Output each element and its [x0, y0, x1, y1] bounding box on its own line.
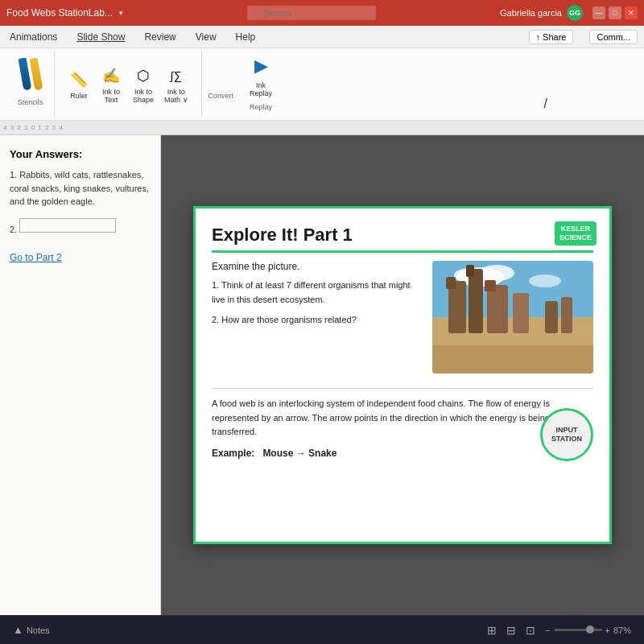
menu-bar: Animations Slide Show Review View Help ↑…: [0, 26, 644, 48]
svg-rect-12: [513, 293, 529, 333]
ink-to-math-icon: ∫∑: [165, 64, 188, 87]
go-to-part2-link[interactable]: Go to Part 2: [10, 252, 151, 263]
footer-description: A food web is an interlocking system of …: [212, 397, 593, 440]
kesler-logo: KESLER SCIENCE: [555, 221, 597, 246]
questions-list: 1. Think of at least 7 different organis…: [212, 279, 421, 328]
ribbon-replay-section: ▶ InkReplay Replay: [237, 52, 285, 117]
replay-icon: ▶: [250, 55, 272, 77]
status-right: ⊞ ⊟ ⊡ − + 87%: [487, 624, 631, 637]
close-button[interactable]: ✕: [625, 6, 638, 19]
kesler-line1: KESLER: [559, 225, 592, 233]
slide-body: Examine the picture. 1. Think of at leas…: [212, 261, 593, 377]
svg-rect-9: [466, 265, 474, 277]
minimize-button[interactable]: —: [592, 6, 605, 19]
title-bar-center: [123, 6, 500, 20]
svg-rect-15: [432, 345, 593, 374]
slides-view-icon[interactable]: ⊟: [506, 624, 516, 637]
comment-button[interactable]: Comm...: [589, 30, 638, 44]
ribbon-ink-to-text-tool[interactable]: ✍️ Ink toText: [97, 61, 126, 108]
menu-animations[interactable]: Animations: [6, 30, 60, 44]
menu-view[interactable]: View: [192, 30, 220, 44]
svg-rect-13: [545, 301, 558, 333]
question-2: 2. How are those organisms related?: [212, 313, 421, 328]
menu-review[interactable]: Review: [141, 30, 179, 44]
svg-rect-11: [485, 280, 496, 291]
answer-item-1: 1. Rabbits, wild cats, rattlesnakes, cor…: [10, 168, 151, 208]
menu-help[interactable]: Help: [233, 30, 259, 44]
ruler-strip: 4 3 2 1 0 1 2 3 4: [0, 121, 644, 135]
question-1: 1. Think of at least 7 different organis…: [212, 279, 421, 307]
user-avatar[interactable]: GG: [567, 5, 583, 21]
app-title: Food Webs StationLab...: [6, 7, 113, 19]
svg-point-2: [479, 265, 514, 281]
slide-container: Explore It! Part 1 KESLER SCIENCE Examin…: [193, 206, 612, 544]
zoom-minus[interactable]: −: [545, 625, 550, 635]
svg-point-4: [529, 275, 561, 287]
notes-label: Notes: [27, 625, 50, 635]
zoom-value: 87%: [613, 625, 631, 635]
menu-slideshow[interactable]: Slide Show: [73, 30, 128, 44]
title-bar-left: Food Webs StationLab... ▾: [6, 7, 123, 19]
maximize-button[interactable]: □: [609, 6, 621, 19]
ribbon: Stencils 📏 Ruler ✍️ Ink toText ⬡ Ink toS…: [0, 48, 644, 121]
ruler-numbers: 4 3 2 1 0 1 2 3 4: [3, 124, 64, 131]
window-controls: — □ ✕: [592, 6, 638, 19]
title-bar-right: Gabriella garcia GG — □ ✕: [500, 5, 638, 21]
ribbon-pens-section: Stencils: [6, 52, 55, 117]
desert-image: [432, 261, 593, 374]
input-station-badge: INPUT STATION: [540, 408, 593, 461]
ribbon-convert-label-section: Convert: [201, 52, 234, 117]
ribbon-replay-tool[interactable]: ▶ InkReplay: [246, 52, 275, 101]
zoom-control: − + 87%: [545, 625, 631, 635]
example-text: Example: Mouse → Snake: [212, 446, 593, 461]
answers-title: Your Answers:: [10, 148, 151, 160]
blue-pen-icon[interactable]: [18, 57, 31, 90]
answer1-text: Rabbits, wild cats, rattlesnakes, coral …: [10, 170, 149, 206]
ribbon-ruler-tool[interactable]: 📏 Ruler: [64, 65, 93, 104]
status-bar: ▲ Notes ⊞ ⊟ ⊡ − + 87%: [0, 615, 644, 644]
title-bar: Food Webs StationLab... ▾ Gabriella garc…: [0, 0, 644, 26]
slide-title: Explore It! Part 1: [212, 225, 593, 253]
search-input[interactable]: [247, 6, 376, 20]
ink-to-shape-icon: ⬡: [132, 64, 155, 87]
ribbon-tools-group: 📏 Ruler ✍️ Ink toText ⬡ Ink toShape ∫∑ I…: [58, 52, 198, 117]
ruler-icon: 📏: [68, 68, 90, 91]
slide-area: Explore It! Part 1 KESLER SCIENCE Examin…: [161, 135, 644, 615]
ribbon-ink-to-math-tool[interactable]: ∫∑ Ink toMath ∨: [161, 61, 192, 108]
notes-section[interactable]: ▲ Notes: [13, 624, 50, 636]
slide-footer: A food web is an interlocking system of …: [212, 388, 593, 461]
examine-text: Examine the picture.: [212, 261, 421, 272]
ink-to-text-icon: ✍️: [100, 64, 122, 87]
svg-rect-7: [446, 277, 456, 289]
convert-label: Convert: [208, 92, 234, 100]
presenter-icon[interactable]: ⊡: [526, 624, 535, 637]
stencils-label: Stencils: [18, 98, 43, 106]
grid-view-icon[interactable]: ⊞: [487, 624, 497, 637]
svg-rect-8: [469, 269, 483, 333]
user-name: Gabriella garcia: [500, 8, 562, 18]
pen-icons: [18, 52, 43, 97]
ribbon-ink-to-shape-tool[interactable]: ⬡ Ink toShape: [129, 61, 158, 108]
main-content: Your Answers: 1. Rabbits, wild cats, rat…: [0, 135, 644, 615]
answer-item-2: 2.: [10, 218, 151, 237]
slide-image-column: [432, 261, 593, 377]
left-panel: Your Answers: 1. Rabbits, wild cats, rat…: [0, 135, 161, 615]
zoom-slider[interactable]: [554, 629, 602, 631]
share-icon: ↑: [536, 32, 541, 42]
svg-rect-14: [561, 297, 572, 333]
answer2-blank[interactable]: [19, 218, 116, 233]
replay-section-label: Replay: [250, 103, 272, 111]
kesler-line2: SCIENCE: [559, 233, 592, 242]
slide-text-column: Examine the picture. 1. Think of at leas…: [212, 261, 421, 377]
share-button[interactable]: ↑ Share: [529, 30, 574, 44]
notes-up-icon: ▲: [13, 624, 23, 636]
zoom-plus[interactable]: +: [605, 625, 610, 635]
slash-mark: /: [544, 97, 547, 111]
svg-rect-10: [487, 285, 508, 333]
